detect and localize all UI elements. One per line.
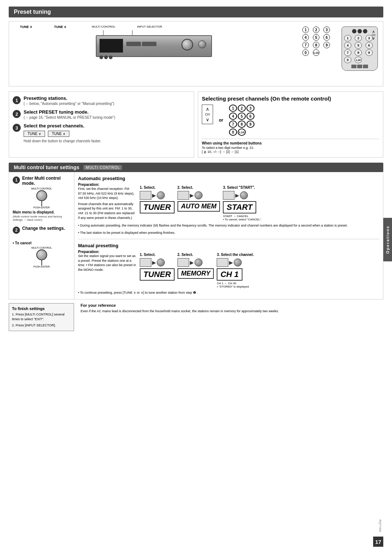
device-labels-row: TUNE ∨ TUNE ∧ MULTI CONTROL INPUT SELECT…	[13, 25, 295, 29]
ch-arrow-buttons: ∧ CH ∨	[372, 30, 375, 40]
to-cancel-section: • To cancel MULTI CONTROL PUSH ENTER	[13, 241, 70, 268]
tune-down-btn[interactable]: TUNE ∨	[24, 131, 45, 137]
prep-title: Preparation:	[78, 183, 136, 187]
remote-btn-5[interactable]: 5	[355, 42, 362, 49]
btn-9[interactable]: 9	[323, 42, 330, 48]
dot1	[99, 56, 103, 59]
page-number: 17	[373, 537, 383, 547]
tune-up-label: TUNE ∧	[54, 25, 66, 29]
remote-bottom-btn-2[interactable]	[357, 65, 362, 68]
mc-step-1: 1 Enter Multi control mode. MULTI CONTRO…	[13, 176, 70, 221]
during-note-2: • The last station to be preset is displ…	[78, 231, 379, 236]
ps-btn-1[interactable]: 1	[229, 105, 237, 112]
multi-control-header: Multi control tuner settings MULTI CONTR…	[9, 163, 383, 172]
step-2-content: Select PRESET tuning mode. (→ page 16, "…	[24, 109, 190, 119]
ps-btn-8[interactable]: 8	[238, 121, 246, 128]
manual-prep-text: Set the station signal you want to set a…	[78, 254, 136, 272]
auto-disp-rect-2	[177, 191, 189, 200]
operations-sidebar: Operations	[383, 218, 392, 261]
ps-btn-0[interactable]: 0	[229, 129, 237, 136]
remote-indicator-2	[358, 29, 362, 33]
remote-btn-6[interactable]: 6	[366, 42, 373, 49]
preset-channels-title: Selecting preset channels (On the remote…	[202, 95, 379, 102]
ps-btn-9[interactable]: 9	[246, 121, 254, 128]
btn-10[interactable]: L10	[313, 49, 319, 56]
manual-steps: 1. Select. ▶ TUNER	[140, 250, 379, 288]
tune-up-btn[interactable]: TUNE ∧	[48, 131, 69, 137]
ch-down-arrow[interactable]: ∨	[372, 36, 375, 40]
ps-btn-2[interactable]: 2	[238, 105, 246, 112]
manual-display-1: ▶	[140, 258, 165, 267]
remote-btn-4[interactable]: 4	[344, 42, 351, 49]
or-section: ∧ CH ∨ or 1 2 3 4 5 6 7	[202, 105, 379, 136]
when-using-label: When using the numbered buttons	[202, 141, 379, 145]
reference-title: For your reference	[81, 303, 380, 307]
mc-main-menu: Main menu is displayed.	[13, 210, 70, 214]
device-diagram: TUNE ∨ TUNE ∧ MULTI CONTROL INPUT SELECT…	[13, 25, 295, 82]
ch-up-sym[interactable]: ∧	[206, 106, 209, 112]
manual-arrow-3: ▶	[229, 260, 233, 265]
ps-btn-7[interactable]: 7	[229, 121, 237, 128]
steps-container: 1 Presetting stations. (→ below, "Automa…	[9, 91, 383, 158]
step-3-circle: 3	[13, 124, 21, 132]
remote-num-grid: 1 2 3 4 5 6 7 8 9 0 L10	[344, 35, 375, 63]
mc-push-enter: PUSH ENTER	[33, 206, 50, 209]
manual-screen-1: TUNER	[140, 268, 175, 281]
finish-settings-box: To finish settings 1. Press [MULTI CONTR…	[9, 303, 74, 331]
remote-btn-10[interactable]: L10	[355, 57, 362, 63]
btn-5[interactable]: 5	[313, 34, 319, 41]
ps-btn-6[interactable]: 6	[246, 113, 254, 120]
auto-presetting-section: Automatic presetting Preparation: First,…	[78, 176, 379, 239]
mc-cancel-knob-circle	[36, 249, 47, 260]
btn-2[interactable]: 2	[313, 27, 319, 33]
remote-btn-7[interactable]: 7	[344, 49, 351, 56]
btn-8[interactable]: 8	[313, 42, 319, 48]
device-dots	[99, 56, 113, 59]
device-slider2	[142, 42, 156, 46]
manual-select-3: 3. Select the channel. ▶ CH 1 CH 1 ← CH …	[217, 253, 254, 288]
remote-bottom-btn-3[interactable]	[363, 65, 368, 68]
btn-6[interactable]: 6	[323, 34, 330, 41]
arrow-2: ▶	[190, 192, 194, 198]
mc-knob-label: MULTI CONTROL	[31, 187, 52, 190]
mc-cancel-knob-stem	[41, 260, 42, 265]
ch-down-sym[interactable]: ∨	[206, 117, 209, 122]
btn-1[interactable]: 1	[302, 27, 309, 33]
manual-prep-title: Preparation:	[78, 250, 136, 254]
remote-btn-9[interactable]: 9	[366, 49, 373, 56]
remote-btn-8[interactable]: 8	[355, 49, 362, 56]
step-2-circle: 2	[13, 110, 21, 118]
remote-bottom-btn-1[interactable]	[351, 65, 356, 68]
remote-btn-0[interactable]: 0	[344, 57, 351, 63]
ps-btn-4[interactable]: 4	[229, 113, 237, 120]
device-display-screen	[99, 39, 123, 53]
bottom-section: To finish settings 1. Press [MULTI CONTR…	[9, 303, 383, 331]
step-3-item: 3 Select the preset channels. TUNE ∨ TUN…	[13, 123, 190, 143]
auto-knob-2	[195, 191, 203, 199]
page-container: Preset tuning TUNE ∨ TUNE ∧ MULTI CONTRO…	[0, 0, 392, 554]
arrow-1: ▶	[152, 192, 156, 198]
manual-content: Preparation: Set the station signal you …	[78, 250, 379, 288]
operations-label: Operations	[385, 225, 390, 254]
ch-up-arrow[interactable]: ∧	[372, 30, 375, 34]
btn-4[interactable]: 4	[302, 34, 309, 41]
mc-step-1-content: Enter Multi control mode.	[22, 176, 70, 186]
left-steps: 1 Presetting stations. (→ below, "Automa…	[9, 91, 194, 158]
manual-title: Manual presetting	[78, 243, 379, 248]
btn-0[interactable]: 0	[302, 49, 309, 56]
manual-screen-2: MEMORY	[177, 268, 214, 279]
ps-btn-3[interactable]: 3	[246, 105, 254, 112]
ps-btn-5[interactable]: 5	[238, 113, 246, 120]
auto-screen-1: TUNER	[140, 201, 175, 213]
remote-indicator-1	[352, 29, 356, 33]
auto-select-1: 1. Select. ▶ TUNER	[140, 186, 175, 214]
remote-btn-2[interactable]: 2	[355, 35, 362, 41]
remote-indicator-3	[363, 29, 367, 33]
manual-display-3: ▶	[217, 258, 242, 267]
remote-btn-1[interactable]: 1	[344, 35, 351, 41]
btn-7[interactable]: 7	[302, 42, 309, 48]
mc-step-2-circle: 2	[13, 227, 20, 234]
btn-3[interactable]: 3	[323, 27, 330, 33]
auto-screen-2: AUTO MEM	[177, 201, 220, 212]
ps-btn-10[interactable]: L10	[238, 129, 246, 136]
